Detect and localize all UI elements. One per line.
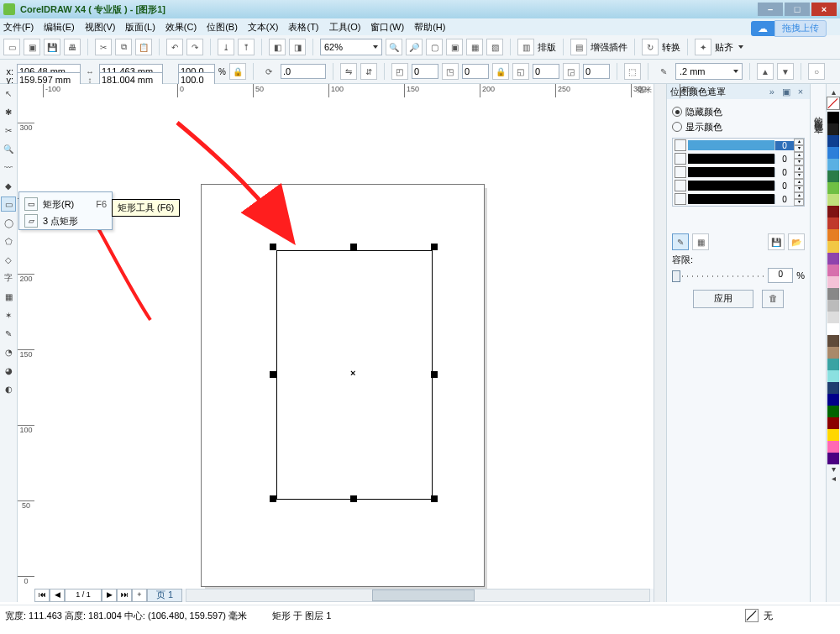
print-icon[interactable]: 🖶 (64, 39, 81, 55)
palette-swatch[interactable] (827, 359, 839, 370)
upload-badge[interactable]: ☁ 拖拽上传 (751, 20, 827, 37)
palette-swatch[interactable] (827, 229, 839, 241)
chevron-down-icon[interactable] (738, 45, 743, 49)
palette-swatch[interactable] (827, 429, 839, 441)
palette-swatch[interactable] (827, 300, 839, 312)
import-icon[interactable]: ⤓ (218, 39, 234, 55)
palette-swatch[interactable] (827, 217, 839, 229)
palette-swatch[interactable] (827, 265, 839, 276)
mask-row1-check[interactable] (675, 139, 686, 151)
palette-swatch[interactable] (827, 123, 839, 135)
launch-icon[interactable]: ◧ (269, 39, 286, 55)
zoom-all-icon[interactable]: ▦ (466, 39, 483, 55)
mask-row1-swatch[interactable] (688, 140, 774, 150)
basic-shapes-icon[interactable]: ◇ (1, 252, 16, 267)
palette-swatch[interactable] (827, 417, 839, 429)
fill-tool-icon[interactable]: ◕ (1, 363, 16, 378)
docker-collapse-icon[interactable]: » (766, 86, 778, 97)
snap-icon[interactable]: ✦ (695, 39, 711, 55)
menu-view[interactable]: 视图(V) (85, 21, 116, 34)
ruler-horizontal[interactable]: -100 0 50 100 150 200 250 300 350 毫米 (34, 84, 654, 98)
polygon-tool-icon[interactable]: ⬠ (1, 233, 16, 249)
palette-swatch[interactable] (827, 288, 839, 300)
resize-handle-se[interactable] (431, 495, 438, 502)
corner-bl-field[interactable]: 0 (533, 64, 559, 79)
no-color-swatch[interactable] (827, 97, 840, 110)
zoom-level-combo[interactable]: 62% (320, 39, 382, 55)
corner-tr-field[interactable]: 0 (462, 64, 489, 79)
palette-swatch[interactable] (827, 312, 839, 323)
palette-swatch[interactable] (827, 241, 839, 253)
menu-effects[interactable]: 效果(C) (165, 21, 197, 34)
arrange-label[interactable]: 排版 (538, 41, 556, 54)
palette-swatch[interactable] (827, 441, 839, 453)
palette-swatch[interactable] (827, 347, 839, 359)
viewport[interactable]: × (34, 97, 654, 589)
resize-handle-sw[interactable] (270, 495, 276, 502)
cut-icon[interactable]: ✂ (95, 39, 112, 55)
close-button[interactable]: × (811, 3, 837, 16)
corner-lock-icon[interactable]: 🔒 (492, 63, 509, 80)
add-page-button[interactable]: + (132, 589, 147, 602)
table-tool-icon[interactable]: ▦ (1, 289, 16, 304)
corner-tl-field[interactable]: 0 (412, 64, 438, 79)
menu-edit[interactable]: 编辑(E) (44, 21, 75, 34)
edit-color-icon[interactable]: ▦ (692, 233, 709, 250)
zoom-tool-icon[interactable]: 🔍 (1, 141, 16, 156)
palette-swatch[interactable] (827, 182, 839, 194)
freehand-tool-icon[interactable]: 〰 (1, 160, 16, 175)
menu-file[interactable]: 文件(F) (3, 21, 34, 34)
lock-ratio-icon[interactable]: 🔒 (229, 63, 246, 80)
page-first-button[interactable]: ⏮ (34, 589, 50, 602)
crop-tool-icon[interactable]: ✂ (1, 123, 16, 138)
new-icon[interactable]: ▭ (3, 39, 20, 55)
smart-fill-icon[interactable]: ◆ (1, 178, 16, 193)
corner-tr-icon[interactable]: ◳ (442, 63, 459, 80)
hide-colors-radio[interactable]: 隐藏颜色 (672, 104, 805, 119)
h-scrollbar[interactable] (186, 589, 650, 602)
eyedropper-docker-icon[interactable]: ✎ (672, 233, 689, 250)
apply-button[interactable]: 应用 (693, 290, 753, 308)
mask-row-5[interactable]: 0 ▴▾ (673, 192, 804, 206)
resize-handle-s[interactable] (350, 495, 357, 502)
ruler-vertical[interactable]: 300 250 200 150 100 50 0 (18, 97, 35, 589)
h-scroll-thumb[interactable] (372, 589, 475, 601)
flyout-rectangle-item[interactable]: ▭ 矩形(R) F6 (19, 196, 112, 212)
page-prev-button[interactable]: ◀ (50, 589, 65, 602)
paste-icon[interactable]: 📋 (135, 39, 152, 55)
page-last-button[interactable]: ⏭ (117, 589, 132, 602)
save-icon[interactable]: 💾 (44, 39, 60, 55)
palette-swatch[interactable] (827, 112, 839, 123)
zoom-out-icon[interactable]: 🔎 (406, 39, 423, 55)
convert-curves-icon[interactable]: ○ (808, 63, 825, 80)
palette-swatch[interactable] (827, 170, 839, 182)
resize-handle-n[interactable] (350, 244, 357, 250)
zoom-fit-icon[interactable]: ▢ (426, 39, 443, 55)
palette-swatch[interactable] (827, 335, 839, 347)
menu-tools[interactable]: 工具(O) (329, 21, 361, 34)
corner-br-icon[interactable]: ◲ (563, 63, 580, 80)
palette-swatch[interactable] (827, 147, 839, 159)
welcome-icon[interactable]: ◨ (289, 39, 306, 55)
tolerance-slider[interactable] (672, 270, 764, 281)
wrap-icon[interactable]: ⬚ (624, 63, 641, 80)
convert-icon[interactable]: ↻ (642, 39, 659, 55)
rectangle-tool-icon[interactable]: ▭ (1, 196, 16, 212)
resize-handle-nw[interactable] (270, 244, 276, 250)
arrange-icon[interactable]: ▥ (517, 39, 534, 55)
redo-icon[interactable]: ↷ (186, 39, 203, 55)
outline-width-combo[interactable]: .2 mm (675, 63, 743, 80)
menu-layout[interactable]: 版面(L) (125, 21, 155, 34)
menu-bitmaps[interactable]: 位图(B) (207, 21, 238, 34)
palette-down-icon[interactable]: ▾ (832, 464, 836, 474)
to-front-icon[interactable]: ▲ (757, 63, 774, 80)
mask-row-3[interactable]: 0 ▴▾ (673, 165, 804, 179)
open-icon[interactable]: ▣ (24, 39, 40, 55)
to-back-icon[interactable]: ▼ (777, 63, 794, 80)
undo-icon[interactable]: ↶ (166, 39, 183, 55)
palette-swatch[interactable] (827, 159, 839, 170)
pick-tool-icon[interactable]: ↖ (1, 86, 16, 101)
resize-handle-ne[interactable] (431, 244, 438, 250)
palette-swatch[interactable] (827, 453, 839, 464)
corner-tl-icon[interactable]: ◰ (391, 63, 408, 80)
